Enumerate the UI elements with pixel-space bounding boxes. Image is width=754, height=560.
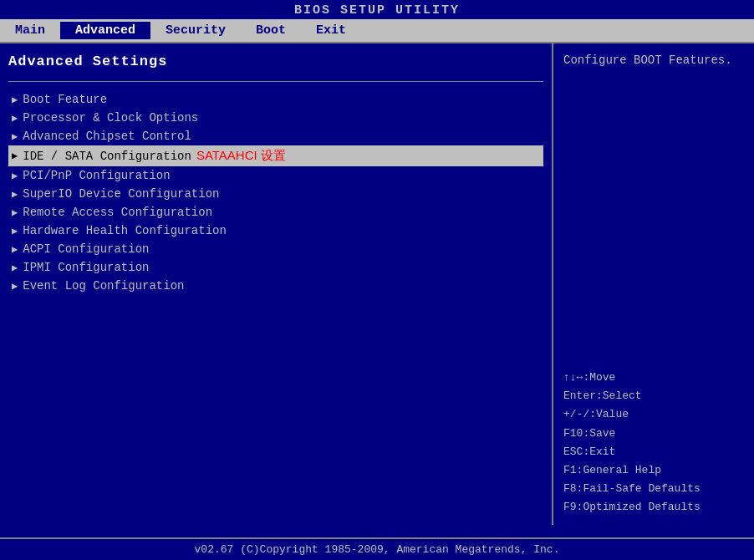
key-help-line: F9:Optimized Defaults bbox=[563, 498, 744, 517]
menu-entry[interactable]: ▶IDE / SATA ConfigurationSATAAHCI 设置 bbox=[8, 145, 543, 166]
key-help-line: ESC:Exit bbox=[563, 443, 744, 461]
entries-list: ▶Boot Feature▶Processor & Clock Options▶… bbox=[8, 90, 543, 295]
right-panel: Configure BOOT Features. ↑↓↔:MoveEnter:S… bbox=[553, 43, 754, 525]
arrow-icon: ▶ bbox=[12, 206, 18, 219]
menu-entry[interactable]: ▶Remote Access Configuration bbox=[8, 203, 543, 221]
menu-entry[interactable]: ▶Boot Feature bbox=[8, 90, 543, 109]
menu-entry[interactable]: ▶Processor & Clock Options bbox=[8, 109, 543, 127]
key-help-line: ↑↓↔:Move bbox=[563, 369, 744, 387]
entry-label: Advanced Chipset Control bbox=[23, 130, 191, 143]
menu-entry[interactable]: ▶IPMI Configuration bbox=[8, 258, 543, 277]
menu-entry[interactable]: ▶PCI/PnP Configuration bbox=[8, 166, 543, 185]
entry-label: SuperIO Device Configuration bbox=[23, 187, 219, 201]
arrow-icon: ▶ bbox=[12, 188, 18, 201]
entry-label: IDE / SATA Configuration bbox=[23, 150, 191, 163]
title-bar: BIOS SETUP UTILITY bbox=[0, 0, 754, 19]
bios-title: BIOS SETUP UTILITY bbox=[294, 3, 460, 18]
sata-annotation: SATAAHCI 设置 bbox=[196, 148, 286, 164]
entry-label: Hardware Health Configuration bbox=[23, 224, 227, 237]
entry-label: IPMI Configuration bbox=[23, 261, 149, 274]
key-help: ↑↓↔:MoveEnter:Select+/-/:ValueF10:SaveES… bbox=[563, 369, 744, 517]
arrow-icon: ▶ bbox=[12, 225, 18, 237]
entry-label: PCI/PnP Configuration bbox=[23, 169, 170, 182]
section-title: Advanced Settings bbox=[8, 53, 543, 69]
entry-label: Processor & Clock Options bbox=[23, 111, 198, 125]
left-panel: Advanced Settings ▶Boot Feature▶Processo… bbox=[0, 43, 553, 525]
menu-item-exit[interactable]: Exit bbox=[301, 22, 361, 39]
key-help-line: F8:Fail-Safe Defaults bbox=[563, 480, 744, 498]
menu-item-security[interactable]: Security bbox=[150, 22, 241, 39]
entry-label: Boot Feature bbox=[23, 93, 107, 106]
separator bbox=[8, 81, 543, 82]
arrow-icon: ▶ bbox=[12, 262, 18, 274]
arrow-icon: ▶ bbox=[12, 243, 18, 256]
menu-bar: MainAdvancedSecurityBootExit bbox=[0, 19, 754, 42]
arrow-icon: ▶ bbox=[12, 130, 18, 143]
key-help-line: +/-/:Value bbox=[563, 405, 744, 424]
main-content: Advanced Settings ▶Boot Feature▶Processo… bbox=[0, 42, 754, 525]
help-text: Configure BOOT Features. bbox=[563, 52, 744, 69]
arrow-icon: ▶ bbox=[12, 280, 18, 293]
entry-label: Remote Access Configuration bbox=[23, 206, 212, 219]
key-help-line: F10:Save bbox=[563, 425, 744, 443]
arrow-icon: ▶ bbox=[12, 112, 18, 125]
menu-entry[interactable]: ▶ACPI Configuration bbox=[8, 240, 543, 258]
menu-item-main[interactable]: Main bbox=[0, 22, 60, 39]
footer: v02.67 (C)Copyright 1985-2009, American … bbox=[0, 537, 754, 560]
arrow-icon: ▶ bbox=[12, 94, 18, 106]
entry-label: ACPI Configuration bbox=[23, 242, 149, 256]
footer-text: v02.67 (C)Copyright 1985-2009, American … bbox=[195, 543, 560, 556]
menu-item-advanced[interactable]: Advanced bbox=[60, 22, 150, 39]
menu-entry[interactable]: ▶Hardware Health Configuration bbox=[8, 221, 543, 240]
menu-entry[interactable]: ▶Advanced Chipset Control bbox=[8, 127, 543, 145]
arrow-icon: ▶ bbox=[12, 170, 18, 182]
arrow-icon: ▶ bbox=[12, 150, 18, 162]
menu-entry[interactable]: ▶SuperIO Device Configuration bbox=[8, 185, 543, 203]
entry-label: Event Log Configuration bbox=[23, 279, 184, 293]
menu-item-boot[interactable]: Boot bbox=[241, 22, 301, 39]
key-help-line: Enter:Select bbox=[563, 387, 744, 405]
key-help-line: F1:General Help bbox=[563, 461, 744, 480]
menu-entry[interactable]: ▶Event Log Configuration bbox=[8, 277, 543, 295]
